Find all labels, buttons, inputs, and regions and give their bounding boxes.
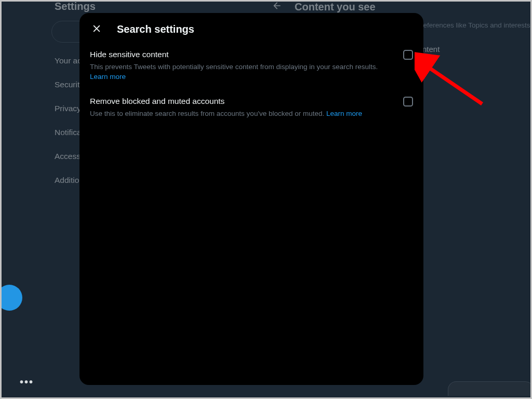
learn-more-link[interactable]: Learn more bbox=[90, 73, 126, 81]
close-icon bbox=[91, 23, 102, 36]
setting-remove-blocked: Remove blocked and muted accounts Use th… bbox=[88, 92, 415, 129]
setting-hide-sensitive: Hide sensitive content This prevents Twe… bbox=[88, 46, 415, 92]
settings-heading: Settings bbox=[55, 2, 264, 12]
hide-sensitive-checkbox[interactable] bbox=[403, 50, 413, 60]
remove-blocked-checkbox[interactable] bbox=[403, 97, 413, 107]
content-heading: Content you see bbox=[295, 2, 376, 13]
search-settings-modal: Search settings Hide sensitive content T… bbox=[79, 13, 423, 385]
messages-dock[interactable] bbox=[448, 381, 530, 396]
learn-more-link[interactable]: Learn more bbox=[326, 110, 362, 117]
close-button[interactable] bbox=[91, 24, 102, 35]
back-arrow-icon[interactable] bbox=[272, 2, 282, 13]
setting-desc: This prevents Tweets with potentially se… bbox=[90, 62, 392, 82]
setting-desc: Use this to eliminate search results fro… bbox=[90, 109, 392, 119]
more-menu-button[interactable]: ••• bbox=[20, 376, 34, 388]
modal-title: Search settings bbox=[117, 23, 194, 35]
setting-title: Remove blocked and muted accounts bbox=[90, 97, 392, 106]
setting-title: Hide sensitive content bbox=[90, 50, 392, 59]
